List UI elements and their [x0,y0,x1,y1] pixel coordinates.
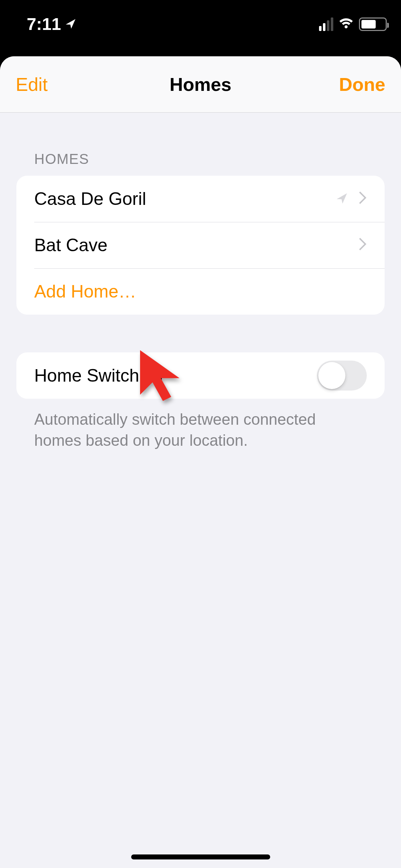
status-right-group [319,17,387,31]
home-switching-label: Home Switching [34,365,317,386]
location-indicator-icon [335,188,348,209]
chevron-right-icon [358,235,367,255]
done-button[interactable]: Done [339,74,385,95]
page-title: Homes [170,74,231,95]
homes-list: Casa De Goril Bat Cave [16,176,385,315]
status-time-group: 7:11 [27,14,77,34]
home-switching-toggle[interactable] [317,361,367,391]
home-row-label: Bat Cave [34,235,358,255]
switching-list: Home Switching [16,352,385,399]
home-row-label: Casa De Goril [34,188,335,209]
battery-icon [359,17,387,31]
status-bar: 7:11 [0,0,401,48]
add-home-button[interactable]: Add Home… [16,268,385,315]
modal-sheet: Edit Homes Done HOMES Casa De Goril [0,56,401,868]
status-time: 7:11 [27,14,61,34]
wifi-icon [338,17,354,31]
add-home-label: Add Home… [34,281,367,302]
chevron-right-icon [358,188,367,209]
switching-section-footer: Automatically switch between connected h… [16,409,385,451]
location-services-icon [65,14,77,34]
cellular-signal-icon [319,17,333,31]
edit-button[interactable]: Edit [16,74,48,95]
nav-bar: Edit Homes Done [0,56,401,113]
homes-section-header: HOMES [16,151,385,167]
home-row[interactable]: Casa De Goril [16,176,385,222]
home-switching-row: Home Switching [16,352,385,399]
home-indicator[interactable] [131,854,270,859]
home-row[interactable]: Bat Cave [16,222,385,268]
